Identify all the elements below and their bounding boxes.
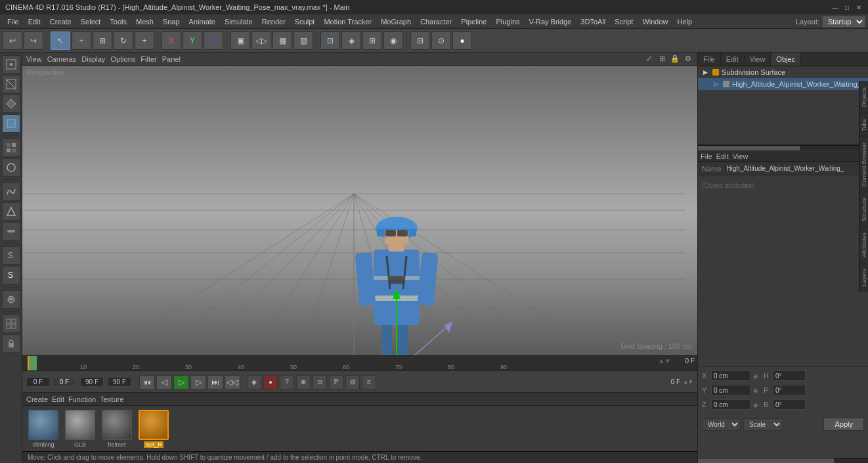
scale-btn[interactable]: ⊞ xyxy=(93,32,112,50)
vp-menu-view[interactable]: View xyxy=(26,55,42,63)
vp-ctrl-expand[interactable]: ⊞ xyxy=(657,54,667,64)
sidebar-gen-btn[interactable] xyxy=(2,222,20,240)
obj-high-altitude[interactable]: ▷ High_Altitude_Alpinist_Worker_Waiting_ xyxy=(698,78,868,90)
sidebar-poly-btn[interactable] xyxy=(2,95,20,113)
timeline-ruler[interactable]: 0 10 20 30 40 50 60 70 80 90 0 F ▲▼ xyxy=(22,356,697,370)
rtab-objec[interactable]: Objec xyxy=(771,53,801,66)
max-frame-field[interactable] xyxy=(108,377,131,387)
material-climbing[interactable]: climbing xyxy=(26,410,60,448)
play-btn[interactable]: ▷ xyxy=(173,375,189,389)
frame-tool-1[interactable]: ▣ xyxy=(230,32,250,50)
prev-frame-btn[interactable]: ◁ xyxy=(156,375,172,389)
frame-tool-4[interactable]: ▨ xyxy=(293,32,313,50)
coord-b-rot[interactable] xyxy=(773,399,806,410)
menu-file[interactable]: File xyxy=(3,16,24,27)
vtab-layers[interactable]: Layers xyxy=(859,263,868,292)
keyframe-btn[interactable]: ◈ xyxy=(247,375,261,389)
menu-plugins[interactable]: Plugins xyxy=(491,16,524,27)
menu-motion-tracker[interactable]: Motion Tracker xyxy=(319,16,376,27)
rtab-view[interactable]: View xyxy=(745,53,771,66)
viewport[interactable]: Y X Z Perspective Grid Spacing : 100 cm xyxy=(22,66,697,355)
zaxis-btn[interactable]: Z xyxy=(204,32,223,50)
bottom-scroll-thumb[interactable] xyxy=(698,458,834,463)
menu-select[interactable]: Select xyxy=(76,16,106,27)
close-btn[interactable]: ✕ xyxy=(855,3,863,11)
sidebar-points-btn[interactable] xyxy=(2,55,20,74)
sidebar-sculpt-btn[interactable] xyxy=(2,290,20,309)
ipr-btn[interactable]: ⊙ xyxy=(431,32,451,50)
vp-menu-filter[interactable]: Filter xyxy=(141,55,156,63)
redo-btn[interactable]: ↪ xyxy=(24,32,43,50)
sidebar-lock-btn[interactable] xyxy=(2,334,20,353)
coord-p-rot[interactable] xyxy=(773,385,806,395)
sidebar-render-btn[interactable] xyxy=(2,158,20,177)
vtab-structure[interactable]: Structure xyxy=(859,192,868,227)
minimize-btn[interactable]: — xyxy=(831,3,839,11)
xaxis-btn[interactable]: X xyxy=(162,32,181,50)
ftrack-btn[interactable]: P xyxy=(329,375,343,389)
rtab-edit[interactable]: Edit xyxy=(721,53,745,66)
select-mode-btn[interactable]: ↖ xyxy=(51,32,70,50)
sidebar-grid-btn[interactable] xyxy=(2,315,20,333)
menu-sculpt[interactable]: Sculpt xyxy=(290,16,320,27)
mat-menu-function[interactable]: Function xyxy=(68,395,96,403)
menu-pipeline[interactable]: Pipeline xyxy=(456,16,491,27)
frame-spinner[interactable]: ▲▼ xyxy=(683,379,693,385)
menu-render[interactable]: Render xyxy=(257,16,290,27)
move-btn[interactable]: + xyxy=(72,32,91,50)
goto-end-btn[interactable]: ⏭ xyxy=(207,375,223,389)
render-btn[interactable]: ⊟ xyxy=(410,32,430,50)
vtab-objects[interactable]: Objects xyxy=(859,81,868,113)
vtab-content-browser[interactable]: Content Browser xyxy=(859,137,868,192)
menu-character[interactable]: Character xyxy=(416,16,456,27)
coord-x-pos[interactable] xyxy=(711,370,750,381)
menu-mograph[interactable]: MoGraph xyxy=(376,16,416,27)
sidebar-texture-btn[interactable] xyxy=(2,139,20,157)
vp-ctrl-lock[interactable]: 🔒 xyxy=(670,54,680,64)
right-scrollbar[interactable] xyxy=(698,145,868,150)
frame-counter-spinner[interactable]: ▲▼ xyxy=(658,357,671,364)
maximize-btn[interactable]: □ xyxy=(843,3,851,11)
material-suit-r[interactable]: suit_R xyxy=(137,410,171,448)
sidebar-edges-btn[interactable] xyxy=(2,75,20,93)
end-frame-field[interactable] xyxy=(80,377,104,387)
menu-create[interactable]: Create xyxy=(45,16,76,27)
vp-menu-display[interactable]: Display xyxy=(81,55,105,63)
sidebar-s1-btn[interactable]: S xyxy=(2,246,20,265)
coord-y-pos[interactable] xyxy=(711,385,750,395)
apply-button[interactable]: Apply xyxy=(823,418,864,431)
vp-menu-panel[interactable]: Panel xyxy=(162,55,181,63)
next-frame-btn[interactable]: ▷ xyxy=(190,375,206,389)
start-frame-field[interactable] xyxy=(26,377,50,387)
bottom-scrollbar[interactable] xyxy=(698,458,868,463)
vtab-attributes[interactable]: Attributes xyxy=(859,227,868,263)
mat-menu-create[interactable]: Create xyxy=(26,395,48,403)
coord-z-pos[interactable] xyxy=(711,399,750,410)
menu-simulate[interactable]: Simulate xyxy=(220,16,257,27)
record-btn[interactable]: ● xyxy=(263,375,278,389)
onion-skin-btn[interactable]: ⊙ xyxy=(313,375,327,389)
shader-btn[interactable]: ◉ xyxy=(383,32,403,50)
obj-subdivision-surface[interactable]: ▶ Subdivision Surface xyxy=(698,66,868,78)
coord-system-dropdown[interactable]: World Local Object xyxy=(702,418,741,431)
yaxis-btn[interactable]: Y xyxy=(183,32,202,50)
frame-tool-3[interactable]: ▦ xyxy=(272,32,292,50)
transform-mode-dropdown[interactable]: Scale Move Rotate xyxy=(743,418,783,431)
mat-menu-texture[interactable]: Texture xyxy=(100,395,123,403)
view3d-btn[interactable]: ⊡ xyxy=(320,32,340,50)
sidebar-deform-btn[interactable] xyxy=(2,202,20,221)
material-glb[interactable]: GLB xyxy=(63,410,97,448)
shading-btn[interactable]: ◈ xyxy=(341,32,361,50)
menu-tools[interactable]: Tools xyxy=(105,16,131,27)
rotate-btn[interactable]: ↻ xyxy=(114,32,133,50)
attr-menu-file[interactable]: File xyxy=(701,152,712,160)
play-reverse-btn[interactable]: ◁◁ xyxy=(225,375,240,389)
menu-edit[interactable]: Edit xyxy=(24,16,45,27)
wire-btn[interactable]: ⊞ xyxy=(362,32,382,50)
menu-animate[interactable]: Animate xyxy=(184,16,220,27)
sidebar-model-btn[interactable] xyxy=(2,114,20,133)
extra1-btn[interactable]: ⊟ xyxy=(345,375,360,389)
vp-menu-options[interactable]: Options xyxy=(110,55,135,63)
menu-window[interactable]: Window xyxy=(638,16,672,27)
frame-tool-2[interactable]: ◁▷ xyxy=(251,32,271,50)
